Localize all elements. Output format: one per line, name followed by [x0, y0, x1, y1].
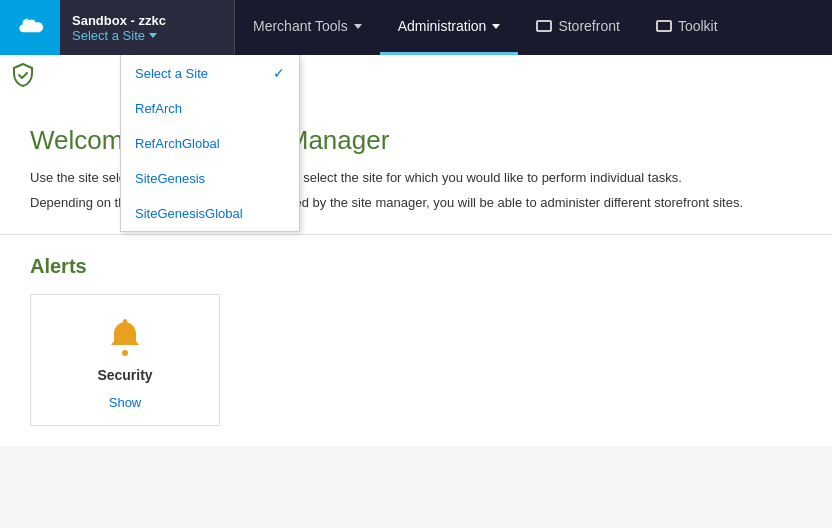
dropdown-item-refarch[interactable]: RefArch	[121, 91, 299, 126]
select-site-label: Select a Site	[72, 28, 145, 43]
alert-security-label: Security	[97, 367, 152, 383]
nav-item-administration[interactable]: Administration	[380, 0, 519, 55]
nav-label-merchant-tools: Merchant Tools	[253, 18, 348, 34]
bell-icon	[105, 315, 145, 359]
chevron-down-icon	[492, 24, 500, 29]
dropdown-item-select-a-site[interactable]: Select a Site ✓	[121, 55, 299, 91]
select-site-button[interactable]: Select a Site	[72, 28, 222, 43]
dropdown-item-sitegenesisGlobal[interactable]: SiteGenesisGlobal	[121, 196, 299, 231]
monitor-icon	[536, 20, 552, 32]
chevron-down-icon	[354, 24, 362, 29]
top-navigation: Sandbox - zzkc Select a Site Select a Si…	[0, 0, 832, 55]
dropdown-item-label: SiteGenesisGlobal	[135, 206, 243, 221]
alert-show-link[interactable]: Show	[109, 395, 142, 410]
nav-label-administration: Administration	[398, 18, 487, 34]
dropdown-item-label: SiteGenesis	[135, 171, 205, 186]
nav-items: Merchant Tools Administration Storefront…	[235, 0, 736, 55]
check-icon: ✓	[273, 65, 285, 81]
chevron-down-icon	[149, 33, 157, 38]
nav-label-storefront: Storefront	[558, 18, 619, 34]
alerts-title: Alerts	[30, 255, 802, 278]
dropdown-item-label: RefArchGlobal	[135, 136, 220, 151]
dropdown-item-sitegenesis[interactable]: SiteGenesis	[121, 161, 299, 196]
site-dropdown: Select a Site ✓ RefArch RefArchGlobal Si…	[120, 55, 300, 232]
shield-icon	[12, 63, 34, 87]
sandbox-selector[interactable]: Sandbox - zzkc Select a Site Select a Si…	[60, 0, 235, 55]
salesforce-logo[interactable]	[0, 0, 60, 55]
dropdown-item-refarchglobal[interactable]: RefArchGlobal	[121, 126, 299, 161]
svg-point-1	[122, 350, 128, 356]
sandbox-name: Sandbox - zzkc	[72, 13, 222, 28]
alerts-section: Alerts Security Show	[0, 235, 832, 446]
nav-item-toolkit[interactable]: Toolkit	[638, 0, 736, 55]
nav-item-merchant-tools[interactable]: Merchant Tools	[235, 0, 380, 55]
toolkit-icon	[656, 20, 672, 32]
nav-item-storefront[interactable]: Storefront	[518, 0, 637, 55]
dropdown-item-label: Select a Site	[135, 66, 208, 81]
nav-label-toolkit: Toolkit	[678, 18, 718, 34]
dropdown-item-label: RefArch	[135, 101, 182, 116]
security-alert-card: Security Show	[30, 294, 220, 426]
